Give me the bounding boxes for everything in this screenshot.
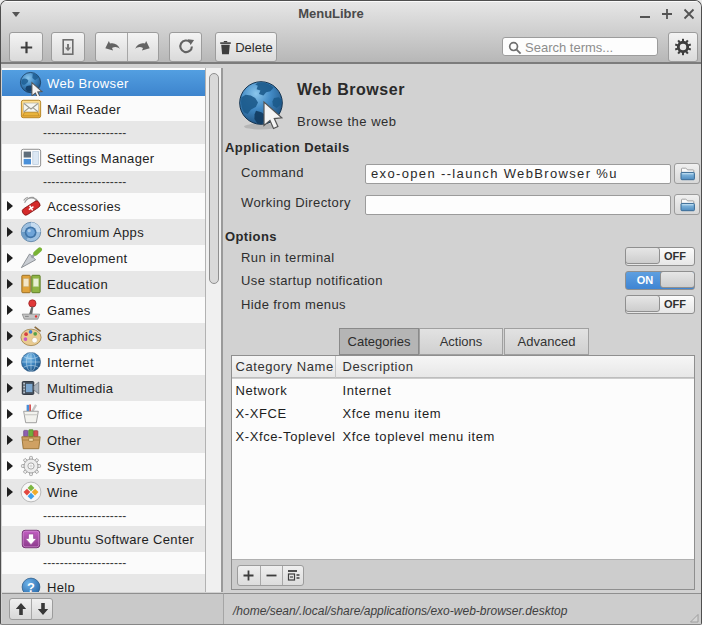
svg-text:?: ? [27,580,35,592]
